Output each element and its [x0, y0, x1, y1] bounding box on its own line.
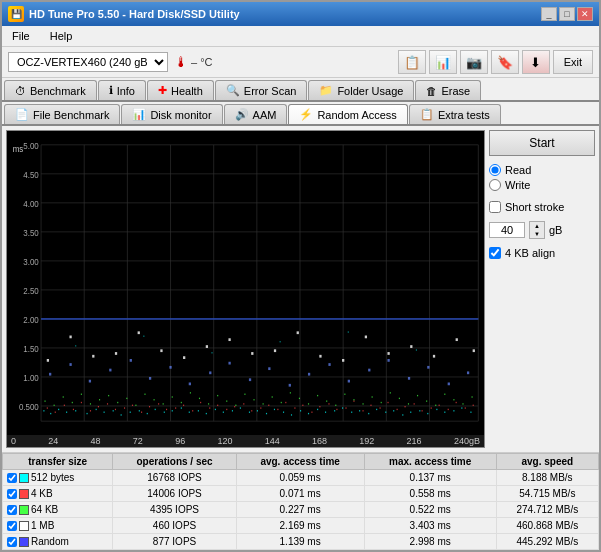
svg-rect-156: [217, 395, 218, 396]
main-window: 💾 HD Tune Pro 5.50 - Hard Disk/SSD Utili…: [0, 0, 601, 552]
tab-error-scan-label: Error Scan: [244, 85, 297, 97]
tab-extra-tests[interactable]: 📋 Extra tests: [409, 104, 501, 124]
row-checkbox-1[interactable]: [7, 489, 17, 499]
svg-rect-152: [181, 402, 182, 403]
radio-write-label[interactable]: Write: [489, 179, 595, 191]
svg-rect-226: [467, 371, 469, 374]
svg-rect-90: [81, 402, 82, 403]
row-checkbox-0[interactable]: [7, 473, 17, 483]
svg-rect-124: [370, 405, 371, 406]
svg-rect-80: [427, 413, 428, 414]
tab-info[interactable]: ℹ Info: [98, 80, 146, 100]
stroke-up-button[interactable]: ▲: [530, 222, 544, 230]
stroke-down-button[interactable]: ▼: [530, 230, 544, 238]
stroke-spinner: ▲ ▼: [529, 221, 545, 239]
short-stroke-checkbox[interactable]: [489, 201, 501, 213]
tab-benchmark[interactable]: ⏱ Benchmark: [4, 80, 97, 100]
radio-read-label[interactable]: Read: [489, 164, 595, 176]
start-button[interactable]: Start: [489, 130, 595, 156]
toolbar-btn-4[interactable]: 🔖: [491, 50, 519, 74]
toolbar-btn-3[interactable]: 📷: [460, 50, 488, 74]
svg-rect-118: [319, 406, 320, 407]
svg-rect-141: [81, 394, 82, 395]
drive-select[interactable]: OCZ-VERTEX460 (240 gB): [8, 52, 168, 72]
color-swatch-4: [19, 537, 29, 547]
menu-help[interactable]: Help: [44, 28, 79, 44]
radio-write[interactable]: [489, 179, 501, 191]
svg-rect-195: [274, 349, 276, 352]
svg-rect-63: [283, 412, 284, 413]
svg-text:ms: ms: [13, 143, 24, 154]
svg-rect-105: [209, 407, 210, 408]
kb-align-checkbox-label[interactable]: 4 KB align: [489, 247, 595, 259]
svg-rect-146: [126, 398, 127, 399]
svg-rect-143: [99, 399, 100, 400]
row-checkbox-2[interactable]: [7, 505, 17, 515]
svg-rect-166: [308, 403, 309, 404]
svg-rect-79: [419, 410, 420, 411]
maximize-button[interactable]: □: [559, 7, 575, 21]
svg-rect-187: [92, 355, 94, 358]
tab-folder-usage[interactable]: 📁 Folder Usage: [308, 80, 414, 100]
svg-rect-121: [345, 407, 346, 408]
toolbar-btn-5[interactable]: ⬇: [522, 50, 550, 74]
tab-erase[interactable]: 🗑 Erase: [415, 80, 481, 100]
svg-rect-140: [72, 402, 73, 403]
svg-rect-47: [147, 413, 148, 414]
stroke-unit: gB: [549, 224, 562, 236]
row-checkbox-3[interactable]: [7, 521, 17, 531]
svg-rect-213: [209, 371, 211, 374]
row-checkbox-4[interactable]: [7, 537, 17, 547]
svg-rect-154: [199, 398, 200, 399]
svg-text:2.50: 2.50: [23, 285, 39, 296]
row-label-3: 1 MB: [31, 520, 54, 531]
svg-text:3.50: 3.50: [23, 227, 39, 238]
color-swatch-2: [19, 505, 29, 515]
tab-disk-monitor[interactable]: 📊 Disk monitor: [121, 104, 222, 124]
svg-rect-0: [7, 131, 484, 435]
svg-rect-48: [155, 409, 156, 410]
svg-rect-202: [433, 355, 435, 358]
ops-cell: 16768 IOPS: [113, 470, 236, 486]
svg-rect-133: [448, 409, 449, 410]
svg-rect-175: [390, 392, 391, 393]
close-button[interactable]: ✕: [577, 7, 593, 21]
tab-file-benchmark[interactable]: 📄 File Benchmark: [4, 104, 120, 124]
avg-access-cell: 0.059 ms: [236, 470, 364, 486]
svg-rect-41: [96, 409, 97, 410]
svg-text:0.500: 0.500: [19, 401, 39, 412]
toolbar-btn-1[interactable]: 📋: [398, 50, 426, 74]
svg-rect-196: [297, 331, 299, 334]
svg-rect-216: [268, 367, 270, 370]
svg-rect-78: [410, 412, 411, 413]
toolbar-btn-2[interactable]: 📊: [429, 50, 457, 74]
svg-rect-186: [69, 336, 71, 339]
avg-access-cell: 0.227 ms: [236, 502, 364, 518]
menu-file[interactable]: File: [6, 28, 36, 44]
chart-svg: 5.00 4.50 4.00 3.50 3.00 2.50 2.00 1.50 …: [7, 131, 484, 435]
svg-rect-66: [308, 413, 309, 414]
minimize-button[interactable]: _: [541, 7, 557, 21]
kb-align-checkbox[interactable]: [489, 247, 501, 259]
stroke-value-input[interactable]: [489, 222, 525, 238]
tab-random-access[interactable]: ⚡ Random Access: [288, 104, 407, 124]
col-transfer-size: transfer size: [3, 454, 113, 470]
tab-health[interactable]: ✚ Health: [147, 80, 214, 100]
svg-rect-110: [251, 410, 252, 411]
app-icon: 💾: [8, 6, 24, 22]
tab-aam[interactable]: 🔊 AAM: [224, 104, 288, 124]
erase-icon: 🗑: [426, 85, 437, 97]
exit-button[interactable]: Exit: [553, 50, 593, 74]
svg-rect-91: [90, 410, 91, 411]
svg-rect-209: [130, 359, 132, 362]
svg-rect-206: [69, 363, 71, 366]
tab-error-scan[interactable]: 🔍 Error Scan: [215, 80, 308, 100]
radio-read[interactable]: [489, 164, 501, 176]
short-stroke-checkbox-label[interactable]: Short stroke: [489, 201, 595, 213]
error-scan-icon: 🔍: [226, 84, 240, 97]
table-row: 64 KB 4395 IOPS0.227 ms0.522 ms274.712 M…: [3, 502, 599, 518]
svg-rect-129: [414, 403, 415, 404]
svg-rect-197: [319, 355, 321, 358]
toolbar-icons: 📋 📊 📷 🔖 ⬇ Exit: [398, 50, 593, 74]
tab-disk-monitor-label: Disk monitor: [150, 109, 211, 121]
